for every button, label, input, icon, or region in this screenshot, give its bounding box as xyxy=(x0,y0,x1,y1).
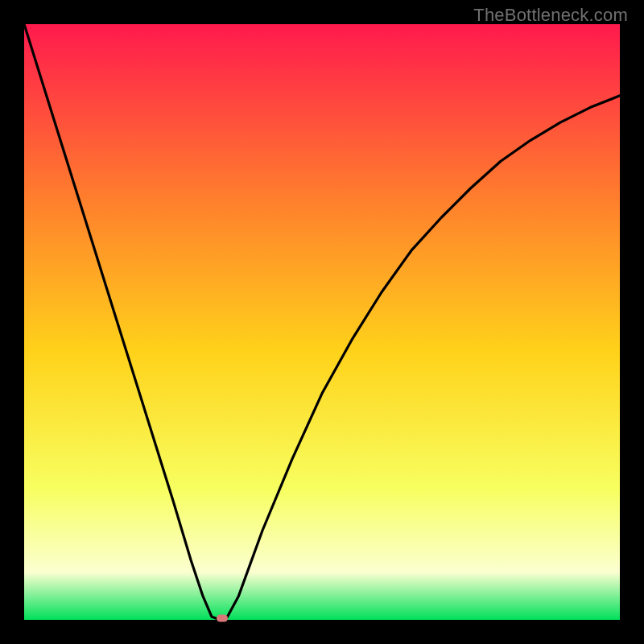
watermark-text: TheBottleneck.com xyxy=(473,5,628,26)
bottleneck-curve xyxy=(24,24,620,620)
optimal-point-marker xyxy=(217,614,228,621)
chart-frame xyxy=(24,24,620,620)
